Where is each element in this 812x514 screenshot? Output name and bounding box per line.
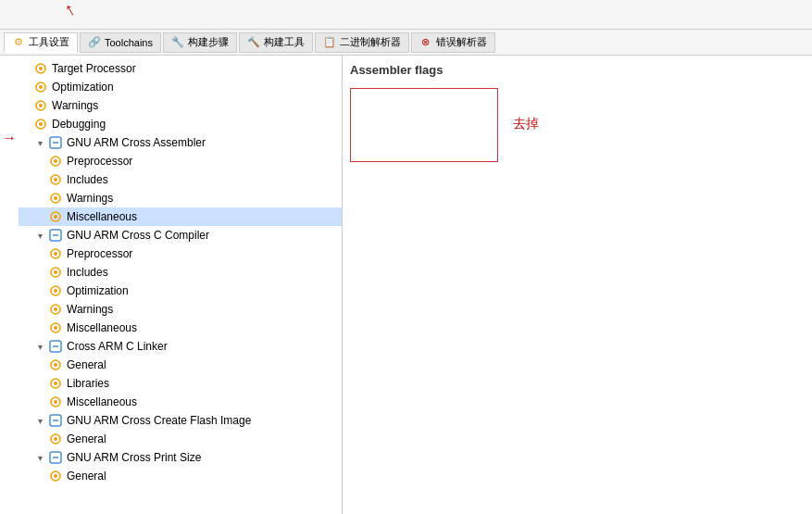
tree-item-warnings-root[interactable]: Warnings	[19, 96, 342, 115]
tool-icon: 🔨	[247, 36, 260, 49]
tree-label-print-general: General	[67, 470, 106, 483]
tree-item-flash-general[interactable]: General	[19, 430, 342, 448]
leaf-icon-cc-preprocessor	[48, 246, 63, 261]
leaf-icon-flash-general	[48, 432, 63, 446]
tab-tools-label: 工具设置	[29, 35, 69, 49]
tree-label-cc-warnings: Warnings	[67, 303, 113, 316]
tab-toolchains[interactable]: 🔗 Toolchains	[80, 32, 161, 53]
tree-label-cc-optimization: Optimization	[67, 284, 129, 297]
tree-item-cc-preprocessor[interactable]: Preprocessor	[19, 244, 342, 263]
leaf-icon-print-general	[48, 469, 63, 483]
svg-point-29	[54, 326, 57, 330]
svg-point-37	[54, 400, 57, 404]
svg-point-33	[54, 363, 57, 367]
chain-icon: 🔗	[88, 36, 101, 49]
leaf-icon-cc-misc	[48, 320, 63, 335]
tree-panel[interactable]: Target Processor Optimization Warnings D…	[19, 56, 343, 514]
tree-item-debugging[interactable]: Debugging	[19, 115, 342, 133]
tree-label-debugging: Debugging	[52, 118, 106, 131]
assembler-flags-textarea[interactable]	[350, 88, 498, 162]
tree-item-asm-warnings[interactable]: Warnings →	[19, 189, 342, 207]
tree-label-linker-libraries: Libraries	[67, 377, 109, 390]
tree-label-flash-general: General	[67, 433, 106, 445]
tree-item-optimization[interactable]: Optimization	[19, 78, 342, 96]
leaf-icon-cc-includes	[48, 265, 63, 280]
collapse-icon-flash: ▾	[33, 414, 46, 427]
tree-label-gnu-arm-flash: GNU ARM Cross Create Flash Image	[67, 414, 251, 427]
tree-label-optimization: Optimization	[52, 81, 114, 94]
leaf-icon-linker-libraries	[48, 376, 63, 391]
leaf-icon-asm-preprocessor	[48, 154, 63, 169]
svg-point-11	[54, 159, 57, 163]
svg-point-7	[39, 122, 43, 126]
tree-item-cc-optimization[interactable]: Optimization	[19, 282, 342, 300]
leaf-icon-optimization	[33, 80, 48, 94]
tree-item-cc-warnings[interactable]: Warnings	[19, 300, 342, 319]
tree-item-print-general[interactable]: General	[19, 467, 342, 485]
tab-binary-parser[interactable]: 📋 二进制解析器	[315, 32, 409, 53]
tab-build-steps-label: 构建步骤	[188, 35, 229, 49]
tree-item-asm-preprocessor[interactable]: Preprocessor	[19, 152, 342, 170]
tab-tools[interactable]: ⚙ 工具设置	[4, 32, 78, 53]
wrench-icon: 🔧	[171, 36, 184, 49]
tree-label-cc-miscellaneous: Miscellaneous	[67, 321, 137, 334]
collapse-icon-assembler: ▾	[33, 136, 46, 149]
body-area: → Target Processor Optimization War	[0, 56, 812, 514]
gear-icon: ⚙	[12, 36, 25, 49]
tree-item-cross-arm-linker[interactable]: ▾ Cross ARM C Linker	[19, 337, 342, 356]
tree-label-asm-includes: Includes	[67, 173, 108, 186]
tab-error-parser[interactable]: ⊗ 错误解析器	[411, 32, 495, 53]
tab-build-steps[interactable]: 🔧 构建步骤	[163, 32, 237, 53]
leaf-icon-asm-warnings	[48, 191, 63, 206]
collapse-icon-c-compiler: ▾	[33, 229, 46, 242]
svg-point-17	[54, 215, 57, 219]
tree-label-asm-miscellaneous: Miscellaneous	[67, 210, 137, 223]
leaf-icon-target	[33, 61, 48, 76]
tree-item-gnu-arm-assembler[interactable]: ▾ GNU ARM Cross Assembler	[19, 133, 342, 152]
content-header: Assembler flags	[350, 63, 805, 81]
tree-item-gnu-arm-c-compiler[interactable]: ▾ GNU ARM Cross C Compiler	[19, 226, 342, 244]
leaf-icon-asm-includes	[48, 172, 63, 187]
svg-point-25	[54, 289, 57, 293]
tab-bar: ⚙ 工具设置 🔗 Toolchains 🔧 构建步骤 🔨 构建工具 📋 二进制解…	[0, 30, 812, 56]
svg-point-13	[54, 178, 57, 182]
parent-icon-c-compiler	[48, 228, 63, 243]
tree-label-linker-miscellaneous: Miscellaneous	[67, 395, 137, 408]
tree-item-gnu-arm-print-size[interactable]: ▾ GNU ARM Cross Print Size	[19, 448, 342, 467]
tab-error-parser-label: 错误解析器	[436, 35, 487, 49]
leaf-icon-linker-misc	[48, 395, 63, 409]
svg-point-41	[54, 437, 57, 441]
tree-item-cc-miscellaneous[interactable]: Miscellaneous	[19, 319, 342, 337]
remove-label: 去掉	[513, 116, 539, 132]
tree-item-asm-miscellaneous[interactable]: Miscellaneous	[19, 207, 342, 226]
collapse-icon-print-size: ▾	[33, 451, 46, 464]
tab-build-tools-label: 构建工具	[264, 35, 305, 49]
top-bar: ↑	[0, 0, 812, 30]
svg-point-3	[39, 85, 43, 89]
tree-item-target-processor[interactable]: Target Processor	[19, 59, 342, 78]
tree-item-asm-includes[interactable]: Includes	[19, 170, 342, 189]
tab-toolchains-label: Toolchains	[105, 37, 153, 48]
tab-binary-parser-label: 二进制解析器	[340, 35, 401, 49]
main-container: ↑ ⚙ 工具设置 🔗 Toolchains 🔧 构建步骤 🔨 构建工具 📋 二进…	[0, 0, 812, 514]
tab-build-tools[interactable]: 🔨 构建工具	[239, 32, 313, 53]
parent-icon-flash	[48, 413, 63, 428]
tree-label-cross-arm-linker: Cross ARM C Linker	[67, 340, 168, 353]
tree-label-asm-warnings: Warnings	[67, 192, 113, 205]
tree-item-linker-libraries[interactable]: Libraries	[19, 374, 342, 393]
leaf-icon-asm-misc	[48, 209, 63, 224]
tree-item-linker-general[interactable]: General	[19, 356, 342, 374]
tree-label-target-processor: Target Processor	[52, 62, 136, 75]
svg-point-5	[39, 104, 43, 107]
content-panel: Assembler flags 去掉	[343, 56, 812, 514]
tree-item-linker-miscellaneous[interactable]: Miscellaneous	[19, 393, 342, 411]
leaf-icon-warnings-root	[33, 98, 48, 113]
binary-icon: 📋	[323, 36, 336, 49]
svg-point-35	[54, 382, 57, 385]
tree-item-cc-includes[interactable]: Includes	[19, 263, 342, 282]
tree-label-warnings-root: Warnings	[52, 99, 98, 112]
parent-icon-print-size	[48, 450, 63, 465]
svg-point-1	[39, 67, 43, 70]
tree-item-gnu-arm-flash[interactable]: ▾ GNU ARM Cross Create Flash Image	[19, 411, 342, 430]
collapse-icon-linker: ▾	[33, 340, 46, 353]
